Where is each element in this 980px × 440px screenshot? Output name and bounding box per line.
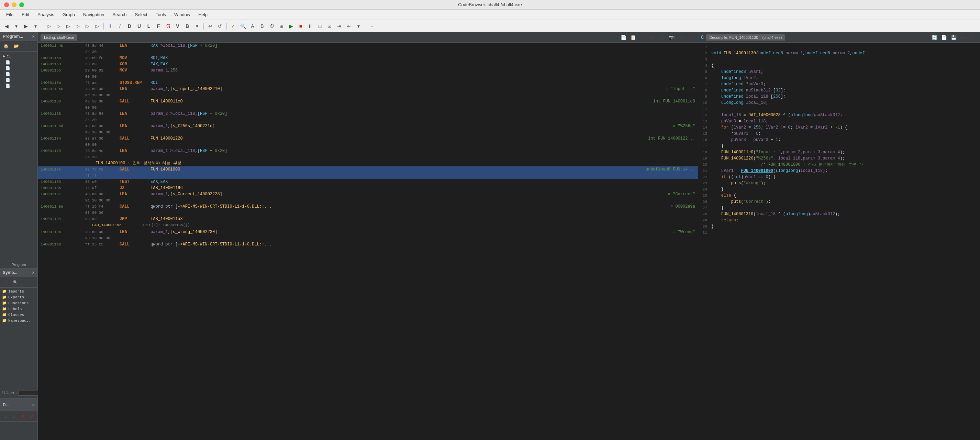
tb-L[interactable]: L (144, 22, 153, 30)
tb-timer[interactable]: ⏱ (267, 22, 276, 30)
tb-stop[interactable]: ■ (296, 22, 305, 30)
menu-graph[interactable]: Graph (59, 11, 78, 18)
tb-arr2[interactable]: ⇤ (344, 22, 353, 30)
tb-play[interactable]: ▶ (286, 22, 296, 30)
listing-tab[interactable]: Listing: chall4.exe (41, 34, 77, 41)
tb-back[interactable]: ◀ (2, 22, 11, 30)
tree-item-1[interactable]: 📄 (2, 59, 36, 65)
dc-btn1[interactable]: 🔄 (930, 33, 939, 42)
tb-D[interactable]: D (125, 22, 134, 30)
lt-btn4[interactable]: ⊡ (657, 33, 666, 42)
tree-root[interactable]: ▶ cl (2, 53, 36, 59)
tb-btn1[interactable]: ▷ (45, 22, 53, 30)
menu-tools[interactable]: Tools (152, 11, 169, 18)
tb-undo2[interactable]: ↺ (215, 22, 224, 30)
tb-pause[interactable]: ⏸ (306, 22, 315, 30)
asm-row-5[interactable]: 14000115a f3 aa STOSB.REP RDI (38, 80, 698, 86)
tb-U[interactable]: U (135, 22, 144, 30)
menu-analysis[interactable]: Analysis (34, 11, 57, 18)
asm-row-1[interactable]: 1400011 4b 48 8d 44 LEA RAX=>local_118,[… (38, 43, 698, 49)
symbol-functions[interactable]: 📁 Functions (1, 300, 37, 306)
asm-row-15[interactable]: 140001187 48 8d 0d LEA param_1,[s_Correc… (38, 191, 698, 197)
sym-btn2[interactable]: 🔍 (11, 278, 20, 287)
asm-row-2[interactable]: 140001150 48 8b f8 MOV RDI,RAX (38, 55, 698, 61)
decompile-content[interactable]: 1 2 void FUN_140001130(undefined8 param_… (698, 43, 980, 440)
asm-row-14[interactable]: 140001185 74 0f JZ LAB_140001196 (38, 185, 698, 191)
lt-dropdown[interactable]: ⊡▾ (676, 33, 686, 42)
asm-row-7[interactable]: 140001163 e8 58 00 CALL FUN_1400011c0 in… (38, 98, 698, 105)
asm-row-19[interactable]: 1400011a0 ff 15 e5 CALL qword ptr [->API… (38, 241, 698, 247)
lt-cursor[interactable]: ↖ (638, 33, 647, 42)
tb-F[interactable]: F (154, 22, 163, 30)
lt-btn3[interactable]: ⊞ (648, 33, 657, 42)
data-btn2[interactable]: ✕ (28, 412, 36, 421)
tb-down-arrow[interactable]: ⬇ (106, 22, 115, 30)
asm-row-17[interactable]: 140001194 eb 0d JMP LAB_1400011a3 (38, 216, 698, 222)
dc-btn2[interactable]: 📄 (939, 33, 948, 42)
lt-close[interactable]: ✕ (686, 33, 695, 42)
data-nav-back[interactable]: ◀ (2, 412, 10, 421)
tb-btn6[interactable]: ▷ (92, 22, 101, 30)
symbol-exports[interactable]: 📁 Exports (1, 294, 37, 300)
data-btn-menu[interactable]: ☰ (22, 400, 30, 410)
asm-row-18[interactable]: 140001196 48 8d 0d LEA param_1,[s_Wrong_… (38, 229, 698, 235)
symbol-imports[interactable]: 📁 Imports (1, 289, 37, 294)
close-button[interactable] (4, 2, 9, 7)
asm-row-12[interactable]: 14000117e e8 7d fe CALL FUN_14001000 und… (38, 166, 698, 172)
tb-grid[interactable]: ⊞ (277, 22, 286, 30)
tb-dropdown-back[interactable]: ▾ (12, 22, 21, 30)
asm-row-13[interactable]: 140001183 85 c0 TEST EAX,EAX (38, 179, 698, 185)
asm-row-16[interactable]: 1400011 8e ff 15 f4 CALL qword ptr [->AP… (38, 204, 698, 210)
tb-btn5[interactable]: ▷ (83, 22, 92, 30)
tb-win1[interactable]: ⊡ (325, 22, 334, 30)
symbol-labels[interactable]: 📁 Labels (1, 306, 37, 312)
asm-row-11[interactable]: 140001179 48 8d 4c LEA param_1=>local_11… (38, 148, 698, 154)
menu-edit[interactable]: Edit (18, 11, 33, 18)
tree-item-3[interactable]: 📄 (2, 71, 36, 77)
dc-dropdown[interactable]: ☰▾ (959, 33, 967, 42)
symbol-classes[interactable]: 📁 Classes (1, 312, 37, 317)
sym-btn1[interactable]: ⊞ (2, 278, 10, 287)
symbol-namespaces[interactable]: 📁 Namespac... (1, 317, 37, 324)
tree-item-2[interactable]: 📄 (2, 65, 36, 71)
decompile-tab[interactable]: Decompile: FUN_140001130 – (chall4.exe) (706, 34, 785, 41)
lt-btn1[interactable]: 📄 (619, 33, 628, 42)
minimize-button[interactable] (12, 2, 16, 7)
menu-select[interactable]: Select (132, 11, 151, 18)
prog-btn2[interactable]: 📂 (12, 41, 21, 51)
tree-item-4[interactable]: 📄 (2, 77, 36, 83)
tb-arr[interactable]: ⇥ (335, 22, 344, 30)
tb-search[interactable]: 🔍 (239, 22, 247, 30)
asm-row-3[interactable]: 140001153 33 c0 XOR EAX,EAX (38, 61, 698, 67)
tb-R[interactable]: ℜ (164, 22, 172, 30)
data-nav-fwd[interactable]: ▶ (10, 412, 19, 421)
tb-btn4[interactable]: ▷ (73, 22, 82, 30)
menu-navigation[interactable]: Navigation (80, 11, 108, 18)
dc-close[interactable]: ✕ (968, 33, 977, 42)
program-panel-close[interactable]: ✕ (32, 34, 35, 39)
lt-btn5[interactable]: 📷 (667, 33, 676, 42)
tb-V[interactable]: V (173, 22, 182, 30)
asm-row-6[interactable]: 1400011 5c 48 8d 0d LEA param_1,[s_Input… (38, 86, 698, 92)
tb-forward[interactable]: ▶ (21, 22, 30, 30)
lt-btn2[interactable]: 📋 (628, 33, 637, 42)
data-panel-close[interactable]: ✕ (32, 402, 35, 408)
menu-search[interactable]: Search (109, 11, 130, 18)
tb-italic[interactable]: I (115, 22, 124, 30)
tb-dropdown2[interactable]: ▾ (192, 22, 201, 30)
tb-rect[interactable]: □ (315, 22, 325, 30)
tb-last[interactable]: ◦ (368, 22, 376, 30)
tb-dropdown-fwd[interactable]: ▾ (31, 22, 40, 30)
asm-row-4[interactable]: 140001155 b9 00 01 MOV param_1,256 (38, 67, 698, 73)
menu-file[interactable]: File (3, 11, 17, 18)
tb-btn3[interactable]: ▷ (64, 22, 73, 30)
tb-dropdown3[interactable]: ▾ (354, 22, 363, 30)
menu-help[interactable]: Help (195, 11, 211, 18)
tb-check[interactable]: ✓ (229, 22, 238, 30)
dc-btn3[interactable]: 💾 (949, 33, 958, 42)
asm-row-8[interactable]: 140001168 48 8d 54 LEA param_2=>local_11… (38, 111, 698, 117)
tree-item-5[interactable]: 📄 (2, 83, 36, 89)
symbol-panel-close[interactable]: ✕ (32, 270, 35, 275)
maximize-button[interactable] (19, 2, 24, 7)
asm-row-9[interactable]: 1400011 6d 48 8d 0d LEA param_1,[s_%256s… (38, 123, 698, 129)
